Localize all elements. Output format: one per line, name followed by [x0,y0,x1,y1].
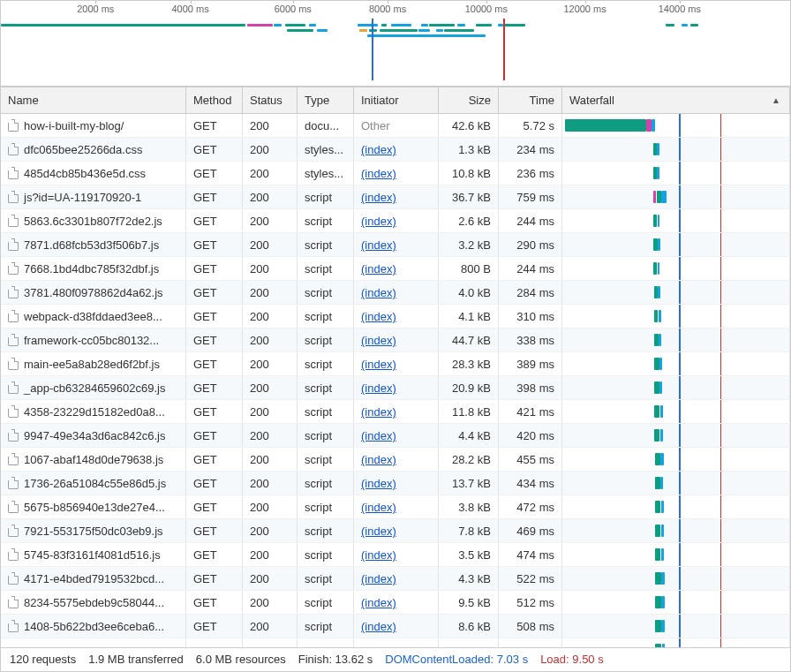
cell-initiator[interactable]: (index) [354,519,439,542]
cell-type: styles... [298,138,354,161]
request-row[interactable]: 3781.480f0978862d4a62.jsGET200script(ind… [1,281,790,305]
waterfall-marker [720,138,722,161]
waterfall-bar [565,119,647,132]
request-row[interactable]: 8234-5575ebdeb9c58044...GET200script(ind… [1,591,790,615]
request-row[interactable]: 9947-49e34a3d6ac842c6.jsGET200script(ind… [1,424,790,448]
request-row[interactable]: 5863.6c3301b807f72de2.jsGET200script(ind… [1,209,790,233]
col-status[interactable]: Status [243,87,298,113]
cell-method: GET [186,233,243,256]
cell-initiator[interactable]: (index) [354,448,439,471]
cell-initiator[interactable]: (index) [354,567,439,590]
request-row[interactable]: dfc065bee25266da.cssGET200styles...(inde… [1,138,790,162]
cell-initiator[interactable]: (index) [354,591,439,614]
overview-segment [504,24,524,26]
cell-initiator[interactable]: (index) [354,209,439,232]
request-row[interactable]: 7871.d68fcb53d3f506b7.jsGET200script(ind… [1,233,790,257]
waterfall-bar [661,501,665,513]
request-row[interactable]: js?id=UA-119170920-1GET200script(index)3… [1,185,790,209]
cell-name: 1736-26a51084c55e86d5.js [1,472,186,495]
cell-size: 4.4 kB [439,424,499,447]
cell-time: 398 ms [499,376,562,399]
cell-status: 200 [243,138,298,161]
col-size[interactable]: Size [439,87,499,113]
waterfall-marker [679,448,681,471]
cell-initiator[interactable]: (index) [354,495,439,518]
cell-initiator[interactable]: (index) [354,257,439,280]
cell-initiator[interactable]: (index) [354,281,439,304]
cell-initiator[interactable]: (index) [354,615,439,638]
request-row[interactable] [1,638,790,646]
cell-initiator[interactable]: (index) [354,352,439,375]
waterfall-marker [679,233,681,256]
request-row[interactable]: 485d4cb85b436e5d.cssGET200styles...(inde… [1,162,790,185]
cell-type: script [298,567,354,590]
cell-initiator[interactable]: (index) [354,162,439,185]
col-type[interactable]: Type [298,87,354,113]
request-row[interactable]: framework-cc05bc80132...GET200script(ind… [1,328,790,352]
request-row[interactable]: 7668.1bd4dbc785f32dbf.jsGET200script(ind… [1,257,790,281]
waterfall-bar [652,119,655,132]
waterfall-bar [658,262,660,275]
cell-waterfall [562,305,790,328]
cell-initiator[interactable]: (index) [354,233,439,256]
col-waterfall[interactable]: Waterfall ▲ [562,87,790,113]
cell-initiator[interactable]: (index) [354,185,439,208]
waterfall-marker [679,424,681,447]
cell-waterfall [562,352,790,375]
cell-initiator[interactable]: (index) [354,328,439,351]
cell-name: 4358-23229d15182ed0a8... [1,400,186,423]
cell-time: 284 ms [499,281,562,304]
cell-initiator[interactable]: (index) [354,400,439,423]
request-row[interactable]: _app-cb63284659602c69.jsGET200script(ind… [1,376,790,400]
request-row[interactable]: webpack-d38fddaed3ee8...GET200script(ind… [1,305,790,328]
cell-size: 4.1 kB [439,305,499,328]
cell-name: 3781.480f0978862d4a62.js [1,281,186,304]
request-row[interactable]: 7921-553175f50dc03eb9.jsGET200script(ind… [1,519,790,543]
cell-name: how-i-built-my-blog/ [1,114,186,137]
request-rows[interactable]: how-i-built-my-blog/GET200docu...Other42… [1,114,790,646]
waterfall-bar [655,644,661,646]
cell-name: 5745-83f3161f4081d516.js [1,543,186,566]
cell-initiator[interactable]: (index) [354,305,439,328]
waterfall-marker [720,162,722,185]
cell-initiator[interactable]: (index) [354,424,439,447]
overview-segment [391,24,411,26]
cell-initiator[interactable]: (index) [354,376,439,399]
cell-status: 200 [243,185,298,208]
cell-method: GET [186,495,243,518]
cell-status: 200 [243,615,298,638]
cell-status: 200 [243,376,298,399]
waterfall-bar [659,358,662,370]
cell-waterfall [562,162,790,185]
waterfall-bar [654,405,659,418]
col-initiator[interactable]: Initiator [354,87,439,113]
col-method[interactable]: Method [186,87,243,113]
col-time[interactable]: Time [499,87,562,113]
cell-status: 200 [243,352,298,375]
overview-segment [444,29,474,32]
request-row[interactable]: how-i-built-my-blog/GET200docu...Other42… [1,114,790,138]
request-row[interactable]: 5675-b856940e13de27e4...GET200script(ind… [1,495,790,519]
waterfall-bar [654,358,659,370]
cell-status: 200 [243,472,298,495]
request-row[interactable]: 4171-e4bded7919532bcd...GET200script(ind… [1,567,790,591]
request-row[interactable]: 4358-23229d15182ed0a8...GET200script(ind… [1,400,790,424]
request-row[interactable]: 1736-26a51084c55e86d5.jsGET200script(ind… [1,472,790,495]
file-icon [8,215,19,227]
request-row[interactable]: 5745-83f3161f4081d516.jsGET200script(ind… [1,543,790,567]
cell-name: 1408-5b622bd3ee6ceba6... [1,615,186,638]
request-row[interactable]: main-ee5a8ab28ed6f2bf.jsGET200script(ind… [1,352,790,376]
cell-initiator[interactable]: (index) [354,138,439,161]
request-row[interactable]: 1408-5b622bd3ee6ceba6...GET200script(ind… [1,615,790,638]
timeline-overview[interactable]: 2000 ms4000 ms6000 ms8000 ms10000 ms1200… [1,1,790,87]
request-row[interactable]: 1067-abaf148d0de79638.jsGET200script(ind… [1,448,790,472]
cell-initiator[interactable]: (index) [354,472,439,495]
cell-size: 10.8 kB [439,162,499,185]
cell-type: script [298,257,354,280]
cell-name: js?id=UA-119170920-1 [1,185,186,208]
col-name[interactable]: Name [1,87,186,113]
cell-type: styles... [298,162,354,185]
timeline-tick: 8000 ms [369,4,406,14]
cell-initiator[interactable]: (index) [354,543,439,566]
status-resources: 6.0 MB resources [196,653,286,666]
